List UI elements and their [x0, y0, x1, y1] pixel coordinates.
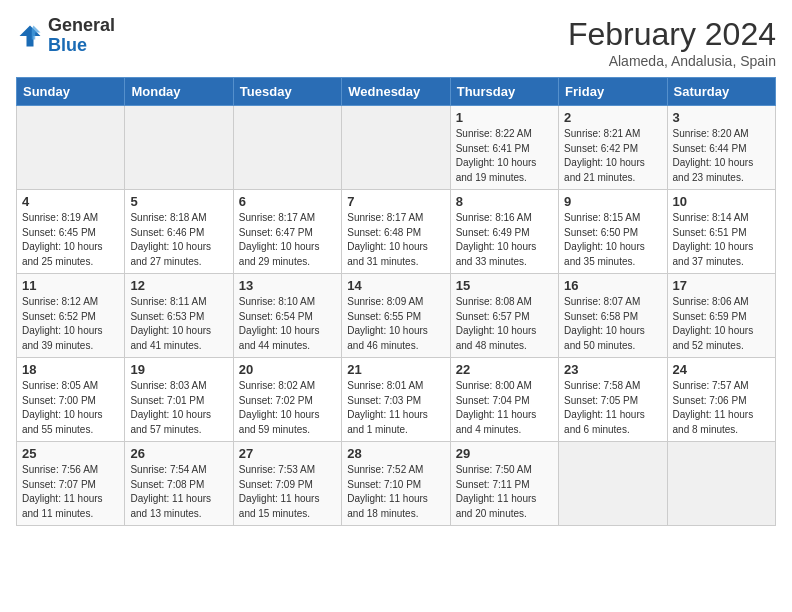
day-info: Sunrise: 8:15 AMSunset: 6:50 PMDaylight:… — [564, 211, 661, 269]
title-area: February 2024 Alameda, Andalusia, Spain — [568, 16, 776, 69]
day-info: Sunrise: 8:08 AMSunset: 6:57 PMDaylight:… — [456, 295, 553, 353]
day-number: 5 — [130, 194, 227, 209]
day-info: Sunrise: 8:06 AMSunset: 6:59 PMDaylight:… — [673, 295, 770, 353]
location-subtitle: Alameda, Andalusia, Spain — [568, 53, 776, 69]
calendar-cell: 14Sunrise: 8:09 AMSunset: 6:55 PMDayligh… — [342, 274, 450, 358]
day-number: 20 — [239, 362, 336, 377]
day-number: 14 — [347, 278, 444, 293]
calendar-cell: 15Sunrise: 8:08 AMSunset: 6:57 PMDayligh… — [450, 274, 558, 358]
day-number: 26 — [130, 446, 227, 461]
calendar-cell: 28Sunrise: 7:52 AMSunset: 7:10 PMDayligh… — [342, 442, 450, 526]
day-info: Sunrise: 8:16 AMSunset: 6:49 PMDaylight:… — [456, 211, 553, 269]
calendar-cell: 9Sunrise: 8:15 AMSunset: 6:50 PMDaylight… — [559, 190, 667, 274]
day-number: 6 — [239, 194, 336, 209]
logo: General Blue — [16, 16, 115, 56]
calendar-cell: 22Sunrise: 8:00 AMSunset: 7:04 PMDayligh… — [450, 358, 558, 442]
logo-icon — [16, 22, 44, 50]
calendar-cell — [342, 106, 450, 190]
day-header-friday: Friday — [559, 78, 667, 106]
day-number: 7 — [347, 194, 444, 209]
day-info: Sunrise: 8:14 AMSunset: 6:51 PMDaylight:… — [673, 211, 770, 269]
day-info: Sunrise: 8:05 AMSunset: 7:00 PMDaylight:… — [22, 379, 119, 437]
calendar-cell: 6Sunrise: 8:17 AMSunset: 6:47 PMDaylight… — [233, 190, 341, 274]
day-header-thursday: Thursday — [450, 78, 558, 106]
calendar-cell: 11Sunrise: 8:12 AMSunset: 6:52 PMDayligh… — [17, 274, 125, 358]
day-info: Sunrise: 7:54 AMSunset: 7:08 PMDaylight:… — [130, 463, 227, 521]
day-number: 29 — [456, 446, 553, 461]
calendar-cell: 1Sunrise: 8:22 AMSunset: 6:41 PMDaylight… — [450, 106, 558, 190]
calendar-cell: 27Sunrise: 7:53 AMSunset: 7:09 PMDayligh… — [233, 442, 341, 526]
calendar-cell: 3Sunrise: 8:20 AMSunset: 6:44 PMDaylight… — [667, 106, 775, 190]
day-header-monday: Monday — [125, 78, 233, 106]
day-info: Sunrise: 8:21 AMSunset: 6:42 PMDaylight:… — [564, 127, 661, 185]
calendar-cell — [559, 442, 667, 526]
logo-blue-text: Blue — [48, 35, 87, 55]
calendar-cell: 4Sunrise: 8:19 AMSunset: 6:45 PMDaylight… — [17, 190, 125, 274]
day-info: Sunrise: 8:19 AMSunset: 6:45 PMDaylight:… — [22, 211, 119, 269]
day-header-tuesday: Tuesday — [233, 78, 341, 106]
calendar-cell — [125, 106, 233, 190]
day-number: 9 — [564, 194, 661, 209]
calendar-cell: 20Sunrise: 8:02 AMSunset: 7:02 PMDayligh… — [233, 358, 341, 442]
calendar-cell: 25Sunrise: 7:56 AMSunset: 7:07 PMDayligh… — [17, 442, 125, 526]
day-number: 21 — [347, 362, 444, 377]
day-info: Sunrise: 8:02 AMSunset: 7:02 PMDaylight:… — [239, 379, 336, 437]
day-info: Sunrise: 8:10 AMSunset: 6:54 PMDaylight:… — [239, 295, 336, 353]
week-row-5: 25Sunrise: 7:56 AMSunset: 7:07 PMDayligh… — [17, 442, 776, 526]
day-number: 12 — [130, 278, 227, 293]
calendar-cell — [667, 442, 775, 526]
day-number: 16 — [564, 278, 661, 293]
day-info: Sunrise: 8:00 AMSunset: 7:04 PMDaylight:… — [456, 379, 553, 437]
calendar-cell: 17Sunrise: 8:06 AMSunset: 6:59 PMDayligh… — [667, 274, 775, 358]
day-info: Sunrise: 7:52 AMSunset: 7:10 PMDaylight:… — [347, 463, 444, 521]
calendar-cell: 12Sunrise: 8:11 AMSunset: 6:53 PMDayligh… — [125, 274, 233, 358]
day-info: Sunrise: 7:57 AMSunset: 7:06 PMDaylight:… — [673, 379, 770, 437]
day-info: Sunrise: 8:18 AMSunset: 6:46 PMDaylight:… — [130, 211, 227, 269]
day-info: Sunrise: 8:07 AMSunset: 6:58 PMDaylight:… — [564, 295, 661, 353]
day-header-wednesday: Wednesday — [342, 78, 450, 106]
calendar-cell: 8Sunrise: 8:16 AMSunset: 6:49 PMDaylight… — [450, 190, 558, 274]
week-row-4: 18Sunrise: 8:05 AMSunset: 7:00 PMDayligh… — [17, 358, 776, 442]
day-number: 11 — [22, 278, 119, 293]
calendar-cell: 29Sunrise: 7:50 AMSunset: 7:11 PMDayligh… — [450, 442, 558, 526]
day-number: 25 — [22, 446, 119, 461]
day-number: 4 — [22, 194, 119, 209]
calendar-cell: 16Sunrise: 8:07 AMSunset: 6:58 PMDayligh… — [559, 274, 667, 358]
day-info: Sunrise: 8:17 AMSunset: 6:47 PMDaylight:… — [239, 211, 336, 269]
logo-general-text: General — [48, 15, 115, 35]
day-number: 17 — [673, 278, 770, 293]
calendar-cell: 21Sunrise: 8:01 AMSunset: 7:03 PMDayligh… — [342, 358, 450, 442]
day-info: Sunrise: 7:53 AMSunset: 7:09 PMDaylight:… — [239, 463, 336, 521]
day-number: 10 — [673, 194, 770, 209]
day-info: Sunrise: 8:22 AMSunset: 6:41 PMDaylight:… — [456, 127, 553, 185]
week-row-1: 1Sunrise: 8:22 AMSunset: 6:41 PMDaylight… — [17, 106, 776, 190]
week-row-3: 11Sunrise: 8:12 AMSunset: 6:52 PMDayligh… — [17, 274, 776, 358]
calendar-cell — [233, 106, 341, 190]
day-info: Sunrise: 7:50 AMSunset: 7:11 PMDaylight:… — [456, 463, 553, 521]
calendar-cell: 19Sunrise: 8:03 AMSunset: 7:01 PMDayligh… — [125, 358, 233, 442]
calendar-table: SundayMondayTuesdayWednesdayThursdayFrid… — [16, 77, 776, 526]
day-number: 28 — [347, 446, 444, 461]
day-header-saturday: Saturday — [667, 78, 775, 106]
day-info: Sunrise: 8:09 AMSunset: 6:55 PMDaylight:… — [347, 295, 444, 353]
day-number: 23 — [564, 362, 661, 377]
header: General Blue February 2024 Alameda, Anda… — [16, 16, 776, 69]
month-title: February 2024 — [568, 16, 776, 53]
day-number: 15 — [456, 278, 553, 293]
week-row-2: 4Sunrise: 8:19 AMSunset: 6:45 PMDaylight… — [17, 190, 776, 274]
day-number: 24 — [673, 362, 770, 377]
day-info: Sunrise: 8:20 AMSunset: 6:44 PMDaylight:… — [673, 127, 770, 185]
day-number: 2 — [564, 110, 661, 125]
calendar-cell: 24Sunrise: 7:57 AMSunset: 7:06 PMDayligh… — [667, 358, 775, 442]
day-info: Sunrise: 8:01 AMSunset: 7:03 PMDaylight:… — [347, 379, 444, 437]
calendar-cell: 10Sunrise: 8:14 AMSunset: 6:51 PMDayligh… — [667, 190, 775, 274]
day-number: 1 — [456, 110, 553, 125]
days-header-row: SundayMondayTuesdayWednesdayThursdayFrid… — [17, 78, 776, 106]
day-info: Sunrise: 7:56 AMSunset: 7:07 PMDaylight:… — [22, 463, 119, 521]
day-info: Sunrise: 8:11 AMSunset: 6:53 PMDaylight:… — [130, 295, 227, 353]
day-info: Sunrise: 8:12 AMSunset: 6:52 PMDaylight:… — [22, 295, 119, 353]
day-header-sunday: Sunday — [17, 78, 125, 106]
day-info: Sunrise: 7:58 AMSunset: 7:05 PMDaylight:… — [564, 379, 661, 437]
day-number: 19 — [130, 362, 227, 377]
svg-marker-1 — [32, 25, 41, 39]
